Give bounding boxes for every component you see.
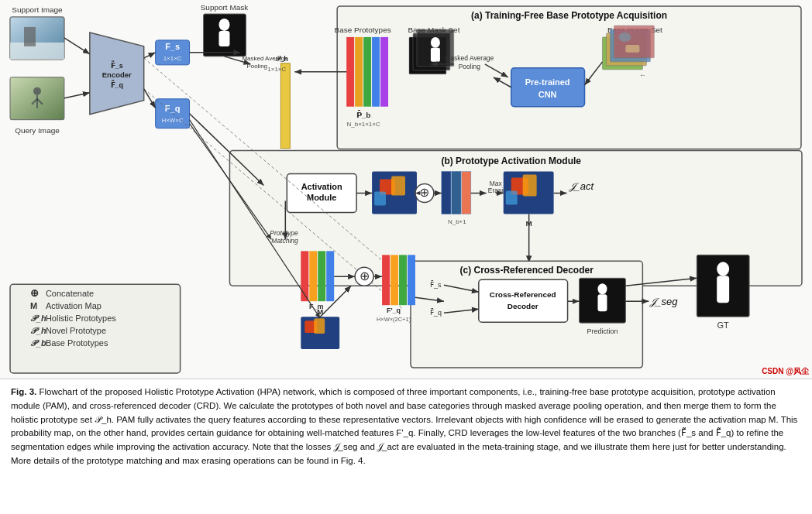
svg-rect-60 — [511, 68, 585, 107]
svg-text:Query Image: Query Image — [15, 126, 60, 135]
svg-text:Masked Average: Masked Average — [445, 54, 494, 62]
svg-rect-99 — [506, 190, 518, 204]
svg-point-111 — [597, 283, 607, 294]
svg-text:𝒫_h: 𝒫_h — [275, 55, 287, 63]
svg-text:Max: Max — [490, 180, 503, 187]
svg-rect-141 — [314, 318, 325, 334]
svg-rect-90 — [462, 172, 471, 214]
svg-rect-88 — [442, 172, 451, 214]
svg-point-28 — [218, 19, 229, 31]
svg-rect-52 — [372, 37, 380, 107]
svg-text:𝒫_h: 𝒫_h — [30, 326, 46, 335]
svg-text:Activation: Activation — [301, 182, 342, 191]
svg-text:Concatenate: Concatenate — [46, 289, 94, 298]
svg-text:1×1×C: 1×1×C — [163, 55, 182, 62]
svg-text:Support Image: Support Image — [12, 5, 63, 14]
svg-line-18 — [64, 93, 90, 98]
svg-rect-130 — [301, 251, 308, 301]
svg-text:CNN: CNN — [538, 90, 557, 99]
svg-rect-69 — [625, 45, 639, 53]
svg-text:Activation Map: Activation Map — [46, 301, 102, 310]
svg-text:Holistic Prototypes: Holistic Prototypes — [46, 314, 116, 323]
svg-rect-5 — [24, 27, 36, 46]
svg-text:(a) Training-Free Base Prototy: (a) Training-Free Base Prototype Acquisi… — [471, 10, 667, 21]
svg-text:N_b+1: N_b+1 — [448, 218, 466, 225]
svg-text:Encoder: Encoder — [102, 70, 132, 79]
svg-line-25 — [144, 53, 156, 58]
svg-text:Prediction: Prediction — [587, 327, 618, 335]
svg-rect-50 — [355, 37, 363, 107]
svg-rect-146 — [399, 255, 407, 305]
fig-label: Fig. 3. — [11, 387, 36, 396]
svg-text:⊕: ⊕ — [360, 269, 370, 283]
svg-line-79 — [190, 114, 264, 186]
svg-rect-131 — [309, 251, 317, 301]
svg-text:𝒥_act: 𝒥_act — [568, 180, 595, 192]
svg-text:⊕: ⊕ — [30, 287, 39, 299]
svg-point-124 — [717, 262, 729, 276]
svg-text:Decoder: Decoder — [508, 302, 538, 310]
main-container: Support Image Query Image F̃_s Encoder F… — [0, 0, 812, 514]
svg-text:Pre-trained: Pre-trained — [525, 77, 570, 87]
svg-text:N_b×1×1×C: N_b×1×1×C — [347, 121, 380, 128]
svg-text:Pooling: Pooling — [246, 63, 267, 70]
diagram-area: Support Image Query Image F̃_s Encoder F… — [0, 0, 812, 379]
svg-point-46 — [431, 37, 440, 48]
svg-rect-35 — [280, 63, 290, 149]
svg-text:GT: GT — [717, 320, 730, 330]
svg-text:⊕: ⊕ — [419, 186, 429, 199]
svg-rect-4 — [10, 43, 64, 60]
svg-text:Pooling: Pooling — [459, 63, 481, 70]
svg-text:F_s: F_s — [165, 42, 180, 51]
svg-rect-29 — [218, 31, 229, 46]
svg-text:H×W×C: H×W×C — [161, 117, 184, 124]
diagram-svg: Support Image Query Image F̃_s Encoder F… — [0, 0, 812, 379]
svg-text:(b) Prototype Activation Modul: (b) Prototype Activation Module — [442, 156, 582, 166]
svg-rect-83 — [374, 191, 386, 205]
svg-rect-82 — [391, 176, 405, 196]
svg-rect-144 — [382, 255, 390, 305]
svg-text:P̄_b: P̄_b — [356, 110, 371, 119]
svg-rect-112 — [597, 294, 607, 311]
svg-rect-47 — [431, 48, 440, 62]
svg-text:Support Mask: Support Mask — [201, 3, 249, 12]
svg-rect-147 — [408, 255, 415, 305]
svg-text:1×1×C: 1×1×C — [267, 66, 286, 73]
svg-text:𝒫_b: 𝒫_b — [30, 338, 46, 348]
svg-rect-125 — [717, 276, 729, 303]
svg-text:Base Prototypes: Base Prototypes — [335, 26, 391, 34]
svg-rect-67 — [614, 26, 654, 58]
svg-line-17 — [64, 38, 90, 54]
svg-text:F̃_q: F̃_q — [430, 308, 442, 317]
svg-text:F_q: F_q — [165, 104, 181, 113]
svg-rect-107 — [479, 279, 568, 322]
svg-point-68 — [618, 33, 631, 42]
svg-line-26 — [144, 89, 156, 108]
svg-text:F̃_s: F̃_s — [430, 280, 442, 289]
caption-area: Fig. 3. Flowchart of the proposed Holist… — [0, 379, 812, 514]
svg-rect-51 — [363, 37, 371, 107]
svg-rect-133 — [326, 251, 334, 301]
caption-text: Flowchart of the proposed Holistic Proto… — [11, 387, 797, 465]
svg-text:F̃_q: F̃_q — [111, 80, 123, 89]
svg-text:Prototype: Prototype — [270, 229, 298, 237]
svg-point-8 — [33, 87, 41, 95]
svg-text:Cross-Referenced: Cross-Referenced — [490, 290, 556, 299]
svg-text:F̃_s: F̃_s — [111, 60, 123, 70]
svg-text:𝒥_seg: 𝒥_seg — [649, 296, 678, 307]
svg-text:(c) Cross-Referenced Decoder: (c) Cross-Referenced Decoder — [460, 265, 594, 276]
svg-rect-89 — [452, 172, 461, 214]
svg-text:Module: Module — [307, 193, 336, 202]
svg-text:Base Prototypes: Base Prototypes — [46, 338, 108, 348]
svg-text:H×W×(2C+1): H×W×(2C+1) — [377, 316, 411, 323]
svg-rect-132 — [318, 251, 325, 301]
svg-text:𝒫_h: 𝒫_h — [30, 314, 46, 323]
svg-rect-53 — [380, 37, 388, 107]
svg-text:M: M — [30, 301, 37, 310]
svg-rect-145 — [391, 255, 398, 305]
svg-rect-49 — [346, 37, 354, 107]
svg-text:F'_q: F'_q — [387, 307, 401, 314]
svg-text:Novel Prototype: Novel Prototype — [46, 326, 106, 335]
watermark: CSDN @风尘 — [762, 366, 809, 377]
svg-rect-98 — [523, 175, 537, 197]
